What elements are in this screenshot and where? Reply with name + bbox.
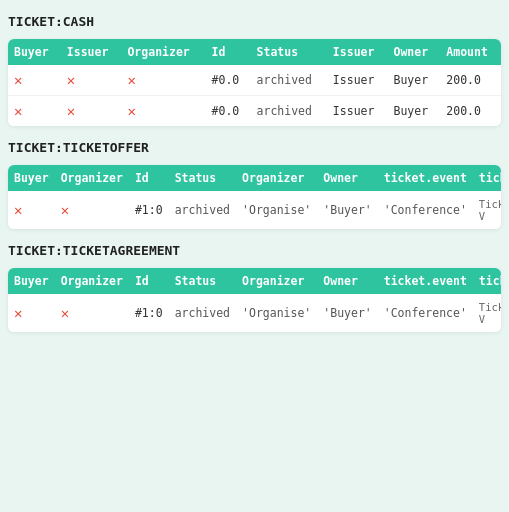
col-status: Status xyxy=(169,165,236,191)
col-organizer: Organizer xyxy=(121,39,205,65)
col-buyer: Buyer xyxy=(8,165,55,191)
ticket-cash-table: Buyer Issuer Organizer Id Status Issuer … xyxy=(8,39,501,126)
cell-ticket-c: Ticket:C V xyxy=(473,191,501,229)
ticket-ticketoffer-section: TICKET:TICKETOFFER Buyer Organizer Id St… xyxy=(8,136,501,229)
col-amount: Amount xyxy=(440,39,501,65)
col-organizer2: Organizer xyxy=(236,268,317,294)
ticket-cash-header-row: Buyer Issuer Organizer Id Status Issuer … xyxy=(8,39,501,65)
x-icon: ✕ xyxy=(14,103,22,119)
cell-id: #0.0 xyxy=(206,96,251,127)
cell-owner: Buyer xyxy=(388,65,441,96)
col-status: Status xyxy=(169,268,236,294)
x-icon: ✕ xyxy=(14,305,22,321)
table-row: ✕ ✕ #1:0 archived 'Organise' 'Buyer' 'Co… xyxy=(8,191,501,229)
cell-buyer: ✕ xyxy=(8,191,55,229)
table-row: ✕ ✕ ✕ #0.0 archived Issuer Buyer 200.0 xyxy=(8,65,501,96)
col-ticket-event: ticket.event xyxy=(378,268,473,294)
cell-issuer2: Issuer xyxy=(327,96,388,127)
ticket-cash-table-wrapper: Buyer Issuer Organizer Id Status Issuer … xyxy=(8,39,501,126)
x-icon: ✕ xyxy=(67,103,75,119)
col-issuer2: Issuer xyxy=(327,39,388,65)
ticket-ticketagreement-header-row: Buyer Organizer Id Status Organizer Owne… xyxy=(8,268,501,294)
cell-amount: 200.0 xyxy=(440,96,501,127)
ticket-ticketagreement-table-wrapper: Buyer Organizer Id Status Organizer Owne… xyxy=(8,268,501,332)
x-icon: ✕ xyxy=(14,72,22,88)
ticket-ticketoffer-table: Buyer Organizer Id Status Organizer Owne… xyxy=(8,165,501,229)
cell-owner: 'Buyer' xyxy=(317,294,377,332)
col-id: Id xyxy=(129,165,169,191)
cell-issuer2: Issuer xyxy=(327,65,388,96)
col-ticket-c: ticket.c xyxy=(473,165,501,191)
col-organizer: Organizer xyxy=(55,165,129,191)
cell-buyer: ✕ xyxy=(8,294,55,332)
cell-issuer: ✕ xyxy=(61,65,122,96)
col-issuer: Issuer xyxy=(61,39,122,65)
x-icon: ✕ xyxy=(67,72,75,88)
cell-buyer: ✕ xyxy=(8,96,61,127)
col-owner: Owner xyxy=(317,165,377,191)
ticket-ticketoffer-header-row: Buyer Organizer Id Status Organizer Owne… xyxy=(8,165,501,191)
table-row: ✕ ✕ ✕ #0.0 archived Issuer Buyer 200.0 xyxy=(8,96,501,127)
cell-ticket-event: 'Conference' xyxy=(378,191,473,229)
cell-status: archived xyxy=(169,294,236,332)
col-owner: Owner xyxy=(388,39,441,65)
ticket-ticketagreement-title: TICKET:TICKETAGREEMENT xyxy=(8,239,501,262)
ticket-cash-title: TICKET:CASH xyxy=(8,10,501,33)
cell-id: #1:0 xyxy=(129,294,169,332)
cell-id: #1:0 xyxy=(129,191,169,229)
ticket-ticketoffer-table-wrapper: Buyer Organizer Id Status Organizer Owne… xyxy=(8,165,501,229)
cell-status: archived xyxy=(251,96,327,127)
table-row: ✕ ✕ #1:0 archived 'Organise' 'Buyer' 'Co… xyxy=(8,294,501,332)
cell-organizer2: 'Organise' xyxy=(236,294,317,332)
cell-amount: 200.0 xyxy=(440,65,501,96)
x-icon: ✕ xyxy=(127,72,135,88)
cell-organizer: ✕ xyxy=(121,96,205,127)
cell-organizer: ✕ xyxy=(55,191,129,229)
col-id: Id xyxy=(206,39,251,65)
cell-status: archived xyxy=(169,191,236,229)
ticket-ticketoffer-title: TICKET:TICKETOFFER xyxy=(8,136,501,159)
col-buyer: Buyer xyxy=(8,39,61,65)
col-status: Status xyxy=(251,39,327,65)
cell-organizer: ✕ xyxy=(121,65,205,96)
ticket-ticketagreement-table: Buyer Organizer Id Status Organizer Owne… xyxy=(8,268,501,332)
cell-owner: Buyer xyxy=(388,96,441,127)
col-ticket-c: ticket.c xyxy=(473,268,501,294)
cell-organizer2: 'Organise' xyxy=(236,191,317,229)
col-id: Id xyxy=(129,268,169,294)
col-organizer: Organizer xyxy=(55,268,129,294)
col-owner: Owner xyxy=(317,268,377,294)
ticket-cash-section: TICKET:CASH Buyer Issuer Organizer Id St… xyxy=(8,10,501,126)
cell-ticket-c: Ticket:C V xyxy=(473,294,501,332)
x-icon: ✕ xyxy=(61,202,69,218)
cell-buyer: ✕ xyxy=(8,65,61,96)
cell-organizer: ✕ xyxy=(55,294,129,332)
col-buyer: Buyer xyxy=(8,268,55,294)
ticket-ticketagreement-section: TICKET:TICKETAGREEMENT Buyer Organizer I… xyxy=(8,239,501,332)
cell-ticket-event: 'Conference' xyxy=(378,294,473,332)
cell-owner: 'Buyer' xyxy=(317,191,377,229)
col-ticket-event: ticket.event xyxy=(378,165,473,191)
cell-id: #0.0 xyxy=(206,65,251,96)
x-icon: ✕ xyxy=(14,202,22,218)
col-organizer2: Organizer xyxy=(236,165,317,191)
x-icon: ✕ xyxy=(61,305,69,321)
cell-issuer: ✕ xyxy=(61,96,122,127)
x-icon: ✕ xyxy=(127,103,135,119)
cell-status: archived xyxy=(251,65,327,96)
